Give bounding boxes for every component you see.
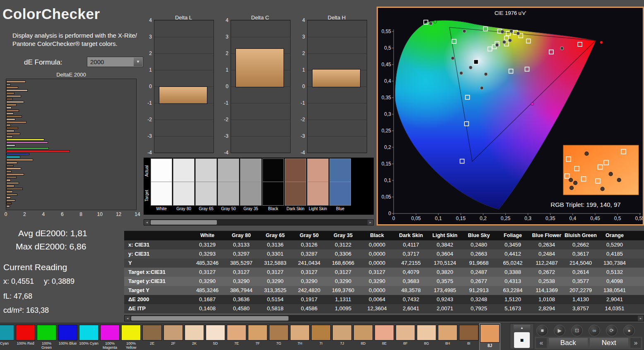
table-header-cell: Gray 65: [258, 231, 292, 240]
patch-color: [0, 325, 14, 340]
pattern-window-button[interactable]: ⊡: [571, 325, 583, 336]
deltae-bar: [6, 165, 14, 167]
swatch-scrollbar[interactable]: ◄ ►: [144, 219, 374, 225]
swatch-scroll-thumb[interactable]: [151, 220, 217, 225]
table-cell: 2,9041: [598, 295, 632, 304]
patch-8i[interactable]: 8I: [459, 324, 479, 350]
axis-tick-label: 0,25: [382, 128, 392, 134]
last-patch-button[interactable]: »: [630, 338, 641, 348]
patch-color: [459, 325, 478, 340]
scroll-left-icon[interactable]: ◄: [125, 316, 130, 321]
deltae-bar: [6, 107, 12, 109]
table-header-corner: [124, 231, 190, 240]
patch-2e[interactable]: 2E: [142, 324, 162, 350]
swatch-label: Blue: [329, 206, 351, 212]
patch-cyan[interactable]: Cyan: [0, 324, 14, 350]
table-cell: 1,0108: [530, 295, 564, 304]
scroll-right-icon[interactable]: ►: [368, 220, 373, 225]
swatch-gray-50: Gray 50: [218, 158, 239, 213]
patch-8f[interactable]: 8F: [395, 324, 416, 350]
patch-color: [37, 325, 56, 340]
scroll-left-icon[interactable]: ◄: [144, 220, 150, 225]
chevron-down-icon[interactable]: ▼: [134, 58, 142, 66]
table-cell: 0,3388: [496, 268, 530, 277]
table-cell: 168,6066: [326, 259, 360, 268]
axis-tick-label: 3: [143, 34, 152, 40]
table-cell: 55,: [632, 259, 644, 268]
deltae-chart-title: DeltaE 2000: [6, 72, 137, 78]
patch-2f[interactable]: 2F: [163, 324, 183, 350]
swatch-actual-color: [285, 158, 306, 182]
patch-8e[interactable]: 8E: [374, 324, 394, 350]
play-button[interactable]: ▶: [554, 325, 565, 336]
patch-label: 8J: [480, 343, 500, 350]
axis-tick-label: -3: [296, 133, 305, 139]
axis-tick-label: -3: [143, 133, 152, 139]
back-button[interactable]: Back: [549, 338, 588, 348]
scroll-right-icon[interactable]: ►: [638, 316, 644, 321]
axis-tick-label: 0: [392, 216, 395, 221]
swatch-scroll-track[interactable]: [150, 220, 368, 225]
stop-button[interactable]: ■: [536, 325, 548, 336]
patch-7h[interactable]: 7H: [290, 324, 310, 350]
patch-100-red[interactable]: 100% Red: [15, 324, 36, 350]
deltae-bar: [6, 179, 11, 181]
deltae-bar: [6, 130, 14, 132]
window-pattern-button[interactable]: ■: [514, 332, 530, 348]
table-row-label: y: CIE31: [124, 249, 190, 259]
page-title: ColorChecker: [2, 6, 100, 22]
first-patch-button[interactable]: «: [536, 338, 547, 348]
deltae-bar: [6, 156, 20, 158]
table-scroll-thumb[interactable]: [131, 316, 288, 321]
axis-tick-label: 0,2: [480, 216, 487, 221]
patch-7g[interactable]: 7G: [269, 324, 289, 350]
patch-8d[interactable]: 8D: [353, 324, 373, 350]
axis-tick-label: 0,3: [384, 111, 391, 117]
table-cell: 0,3126: [292, 240, 326, 249]
patch-100-blue[interactable]: 100% Blue: [58, 324, 78, 350]
table-header-cell: Light Skin: [428, 231, 462, 240]
deltae-bar: [6, 144, 15, 146]
table-row: x: CIE310,31290,31330,31360,31260,31220,…: [124, 240, 644, 249]
up-arrow-button[interactable]: ▲: [514, 325, 530, 331]
patch-2k[interactable]: 2K: [184, 324, 204, 350]
table-cell: 214,5040: [564, 259, 598, 268]
table-scrollbar[interactable]: ◄ ►: [124, 315, 644, 321]
patch-100-green[interactable]: 100% Green: [36, 324, 57, 350]
patch-7j[interactable]: 7J: [332, 324, 352, 350]
patch-8h[interactable]: 8H: [437, 324, 458, 350]
swatch-black: Black: [262, 158, 284, 213]
patch-7f[interactable]: 7F: [248, 324, 268, 350]
axis-tick-label: 1: [219, 67, 228, 73]
patch-8j[interactable]: 8J: [480, 324, 500, 350]
table-scroll-track[interactable]: [130, 316, 638, 321]
axis-tick-label: 10: [97, 211, 102, 217]
table-header-cell: Gray 35: [326, 231, 360, 240]
cie-measured-point: [495, 43, 499, 47]
table-row-label: ΔE ITP: [124, 304, 190, 313]
axis-tick-label: 0,05: [411, 216, 421, 221]
deltae-bar: [6, 199, 15, 201]
record-button[interactable]: ●: [623, 325, 635, 336]
patch-8g[interactable]: 8G: [416, 324, 437, 350]
patch-100-yellow[interactable]: 100% Yellow: [121, 324, 141, 350]
avg-de2000: Avg dE2000: 1,81: [18, 228, 87, 238]
table-cell: 56,: [632, 286, 644, 295]
de-formula-dropdown[interactable]: 2000 ▼: [87, 57, 143, 67]
patch-100-cyan[interactable]: 100% Cyan: [79, 324, 99, 350]
patch-100-magenta[interactable]: 100% Magenta: [100, 324, 120, 350]
next-button[interactable]: Next: [590, 338, 629, 348]
table-cell: 0,4580: [224, 304, 258, 313]
description-line-2: Pantone ColorChecker® target colors.: [12, 40, 137, 48]
delta-bar: [312, 69, 360, 87]
loop-button[interactable]: ∞: [589, 325, 600, 336]
patch-7e[interactable]: 7E: [226, 324, 247, 350]
deltae-bars: [6, 81, 136, 207]
patch-color: [438, 325, 457, 340]
patch-label: 8D: [353, 341, 373, 350]
patch-5d[interactable]: 5D: [205, 324, 226, 350]
patch-7i[interactable]: 7I: [311, 324, 331, 350]
table-header-cell: Gray 50: [292, 231, 326, 240]
refresh-button[interactable]: ⟳: [606, 325, 618, 336]
patch-color: [311, 325, 331, 340]
